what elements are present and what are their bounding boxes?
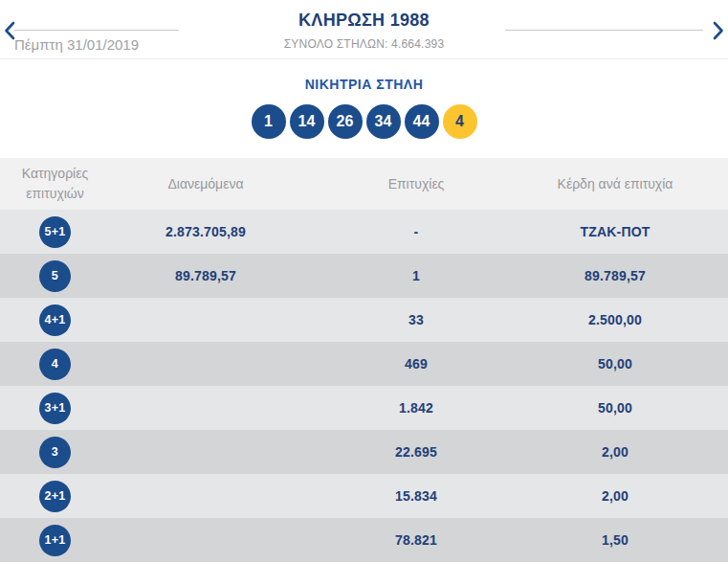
category-cell: 3+1 [0,393,110,424]
prize-per-winner: 1,50 [531,532,728,548]
category-cell: 2+1 [0,481,110,512]
prize-table-row: 3+1 1.842 50,00 [0,386,728,430]
category-badge: 5 [39,260,71,292]
prize-table-row: 1+1 78.821 1,50 [0,518,728,562]
winners-count: 1.842 [301,400,531,416]
category-cell: 5+1 [0,216,110,248]
draw-results-page: Πέμπτη 31/01/2019 ΚΛΗΡΩΣΗ 1988 ΣΥΝΟΛΟ ΣΤ… [0,0,728,563]
winners-count: 22.695 [301,444,531,460]
distributed-amount: 2.873.705,89 [110,224,301,239]
ball-number: 44 [413,113,430,130]
prize-table-row: 5+1 2.873.705,89 - ΤΖΑΚ-ΠΟΤ [0,210,728,254]
category-badge: 4+1 [39,304,71,336]
prize-table-row: 4 469 50,00 [0,342,728,386]
prize-table-row: 4+1 33 2.500,00 [0,298,728,342]
prize-table-row: 5 89.789,57 1 89.789,57 [0,254,728,298]
draw-header: Πέμπτη 31/01/2019 ΚΛΗΡΩΣΗ 1988 ΣΥΝΟΛΟ ΣΤ… [0,0,728,59]
draw-title-block: ΚΛΗΡΩΣΗ 1988 ΣΥΝΟΛΟ ΣΤΗΛΩΝ: 4.664.393 [0,11,728,51]
category-badge: 3+1 [39,393,71,424]
prize-per-winner: 2.500,00 [531,312,728,327]
category-cell: 4 [0,349,110,380]
category-label: 4 [52,357,58,371]
prize-per-winner: 2,00 [531,444,728,460]
winners-count: 1 [301,268,531,283]
category-badge: 1+1 [39,525,71,556]
category-cell: 3 [0,437,110,468]
category-label: 4+1 [44,313,65,327]
chevron-right-icon [713,21,725,40]
category-cell: 5 [0,260,110,292]
winning-column-section: ΝΙΚΗΤΡΙΑ ΣΤΗΛΗ 1 14 26 34 44 4 [0,59,728,158]
ball-number: 34 [375,113,392,130]
prize-table-header: Κατηγορίες επιτυχιών Διανεμόμενα Επιτυχί… [0,158,728,210]
number-ball: 1 [252,104,286,139]
category-label: 5 [52,269,58,282]
divider-line-right [505,30,703,31]
category-label: 5+1 [44,225,65,238]
category-badge: 4 [39,349,71,380]
column-header-categories: Κατηγορίες επιτυχιών [0,164,110,204]
category-cell: 1+1 [0,525,110,556]
distributed-amount: 89.789,57 [110,268,301,283]
category-label: 3 [52,445,58,459]
ball-number: 14 [298,113,316,130]
winners-count: 78.821 [301,532,531,548]
category-cell: 4+1 [0,304,110,336]
prize-per-winner: 50,00 [531,356,728,372]
winners-count: 33 [301,312,531,327]
winners-count: - [301,224,531,239]
prize-per-winner: 2,00 [531,488,728,504]
next-draw-button[interactable] [711,19,727,42]
number-ball: 14 [290,104,324,139]
category-label: 3+1 [44,401,65,415]
winners-count: 15.834 [301,488,531,504]
prize-table-body: 5+1 2.873.705,89 - ΤΖΑΚ-ΠΟΤ 5 89.789,57 … [0,210,728,562]
number-ball: 34 [366,104,401,139]
prize-table: Κατηγορίες επιτυχιών Διανεμόμενα Επιτυχί… [0,158,728,562]
number-ball: 44 [405,104,439,139]
category-badge: 2+1 [39,481,71,512]
winners-count: 469 [301,356,531,372]
column-header-prize: Κέρδη ανά επιτυχία [531,174,728,194]
ball-number: 4 [455,113,464,130]
prize-table-row: 2+1 15.834 2,00 [0,474,728,518]
category-label: 2+1 [44,489,65,503]
prize-per-winner: 50,00 [531,400,728,416]
category-badge: 5+1 [39,216,71,248]
number-ball: 26 [328,104,363,139]
total-columns: ΣΥΝΟΛΟ ΣΤΗΛΩΝ: 4.664.393 [0,37,728,51]
winning-numbers: 1 14 26 34 44 4 [0,104,728,139]
prize-table-row: 3 22.695 2,00 [0,430,728,474]
ball-number: 1 [264,113,273,130]
ball-number: 26 [337,113,354,130]
bonus-ball: 4 [443,104,477,139]
winning-column-label: ΝΙΚΗΤΡΙΑ ΣΤΗΛΗ [0,77,728,92]
prize-per-winner: 89.789,57 [531,268,728,283]
category-label: 1+1 [44,533,65,547]
category-badge: 3 [39,437,71,468]
draw-title: ΚΛΗΡΩΣΗ 1988 [0,11,728,31]
prize-per-winner: ΤΖΑΚ-ΠΟΤ [531,224,728,239]
column-header-distributed: Διανεμόμενα [110,174,301,194]
column-header-winners: Επιτυχίες [301,174,531,194]
